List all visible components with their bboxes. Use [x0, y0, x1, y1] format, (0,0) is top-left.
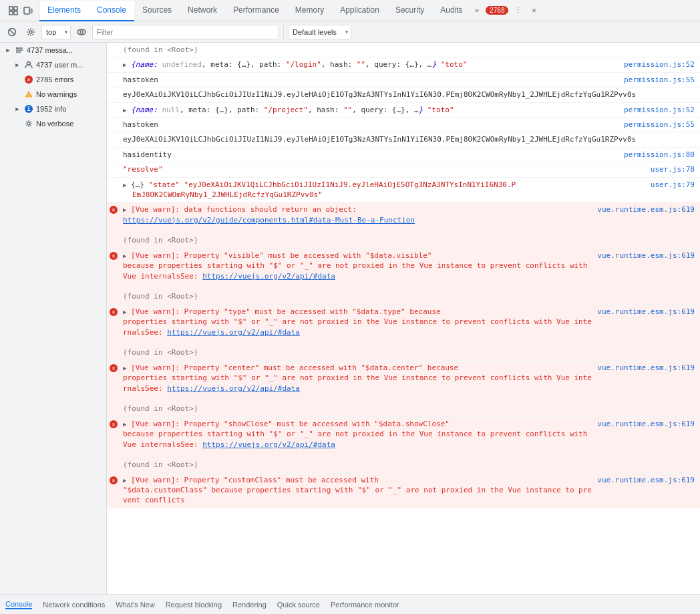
vue-guide-link[interactable]: https://vuejs.org/v2/guide/components.ht… — [123, 216, 415, 224]
error-icon: ✕ — [24, 75, 33, 84]
bottom-tab-whats-new[interactable]: What's New — [116, 601, 154, 609]
expand-btn[interactable]: ▶ — [123, 477, 126, 484]
tab-memory[interactable]: Memory — [287, 1, 332, 21]
log-source-link[interactable]: vue.runtime.esm.js:619 — [597, 306, 697, 316]
log-entry: hasidentity permission.js:80 — [107, 148, 700, 162]
log-source-link[interactable]: permission.js:80 — [624, 149, 697, 159]
log-source-link[interactable]: vue.runtime.esm.js:619 — [597, 204, 697, 214]
log-entry-error: ✕ ▶ [Vue warn]: Property "type" must be … — [107, 305, 700, 361]
context-selector[interactable]: top — [41, 25, 71, 39]
levels-selector-wrap[interactable]: Default levels ▾ — [288, 25, 351, 39]
vue-api-link[interactable]: https://vuejs.org/v2/api/#data — [202, 272, 335, 281]
info-icon: i — [24, 104, 33, 114]
inspect-icon[interactable] — [7, 4, 20, 17]
sidebar-item-messages[interactable]: ▶ 4737 messa... — [0, 43, 106, 57]
log-entry-error: ✕ ▶ [Vue warn]: Property "center" must b… — [107, 361, 700, 417]
log-content: ▶ {name: null, meta: {…}, path: "/projec… — [120, 104, 624, 116]
context-selector-wrap[interactable]: top ▾ — [41, 25, 71, 39]
expand-btn[interactable]: ▶ — [123, 206, 126, 213]
user-messages-arrow-icon: ▶ — [13, 61, 21, 69]
tab-performance[interactable]: Performance — [225, 1, 287, 21]
expand-btn[interactable]: ▶ — [123, 309, 126, 315]
warning-icon: ! — [24, 90, 33, 99]
expand-btn[interactable]: ▶ — [123, 107, 126, 114]
sidebar-item-verbose[interactable]: No verbose — [0, 116, 106, 131]
bottom-tab-quick-source[interactable]: Quick source — [277, 601, 320, 609]
expand-btn[interactable]: ▶ — [123, 365, 126, 371]
error-entry-icon: ✕ — [110, 362, 120, 372]
user-icon — [24, 60, 33, 69]
expand-btn[interactable]: ▶ — [123, 253, 126, 259]
sidebar-item-warnings[interactable]: ! No warnings — [0, 87, 106, 102]
expand-btn[interactable]: ▶ — [123, 182, 126, 188]
tab-elements[interactable]: Elements — [39, 1, 89, 21]
svg-rect-0 — [9, 7, 13, 10]
messages-arrow-icon: ▶ — [4, 46, 12, 54]
eye-icon[interactable] — [73, 24, 90, 40]
bottom-tab-network-conditions[interactable]: Network conditions — [43, 601, 105, 609]
entry-icon — [110, 89, 120, 90]
tab-sources[interactable]: Sources — [134, 1, 180, 21]
expand-btn[interactable]: ▶ — [123, 61, 126, 68]
bottom-tab-performance-monitor[interactable]: Performance monitor — [331, 601, 399, 609]
tab-overflow-btn[interactable]: » — [471, 0, 484, 21]
vue-api-link[interactable]: https://vuejs.org/v2/api/#data — [202, 440, 335, 449]
svg-point-14 — [16, 47, 17, 49]
log-entry: (found in <Root>) — [107, 43, 700, 57]
log-source-link[interactable]: vue.runtime.esm.js:619 — [597, 362, 697, 372]
vue-api-link[interactable]: https://vuejs.org/v2/api/#data — [167, 384, 300, 393]
log-source-link[interactable]: permission.js:55 — [624, 119, 697, 129]
settings-icon[interactable]: ⋮ — [511, 4, 524, 17]
bottom-bar: Console Network conditions What's New Re… — [0, 594, 700, 614]
levels-selector[interactable]: Default levels — [288, 25, 351, 39]
bottom-tab-rendering[interactable]: Rendering — [232, 601, 267, 609]
log-source-link[interactable]: user.js:79 — [651, 179, 697, 189]
bottom-tab-console[interactable]: Console — [5, 600, 32, 609]
warnings-arrow-placeholder — [13, 90, 21, 98]
messages-list-icon — [15, 45, 24, 55]
filter-input[interactable] — [97, 28, 275, 36]
log-content: ▶ {name: undefined, meta: {…}, path: "/l… — [120, 59, 624, 70]
svg-text:!: ! — [27, 93, 30, 98]
log-entry: ▶ {…} "state" "eyJ0eXAiOiJKV1QiLCJhbGciO… — [107, 178, 700, 203]
device-toolbar-icon[interactable] — [21, 4, 35, 17]
error-entry-icon: ✕ — [110, 204, 120, 214]
log-source-link[interactable]: permission.js:52 — [624, 104, 697, 114]
log-entry-error: ✕ ▶ [Vue warn]: Property "customClass" m… — [107, 473, 700, 508]
log-content: eyJ0eXAiOiJKV1QiLCJhbGciOiJIUzI1NiJ9.eyJ… — [120, 134, 697, 145]
log-source-link[interactable]: user.js:78 — [651, 164, 697, 174]
svg-rect-5 — [31, 9, 32, 13]
bottom-tab-request-blocking[interactable]: Request blocking — [166, 601, 222, 609]
log-content: hasidentity — [120, 149, 624, 160]
tab-audits[interactable]: Audits — [432, 1, 470, 21]
filter-box[interactable] — [92, 25, 279, 39]
log-source-link[interactable]: vue.runtime.esm.js:619 — [597, 418, 697, 428]
log-content: hastoken — [120, 119, 624, 130]
sidebar-item-user-messages[interactable]: ▶ 4737 user m... — [0, 57, 106, 72]
vue-api-link[interactable]: https://vuejs.org/v2/api/#data — [167, 328, 300, 337]
log-source-link[interactable]: permission.js:55 — [624, 74, 697, 84]
console-settings-icon[interactable] — [23, 24, 39, 40]
log-content: ▶ [Vue warn]: Property "type" must be ac… — [120, 306, 597, 359]
svg-point-17 — [27, 122, 30, 125]
log-entry: "resolve" user.js:78 — [107, 162, 700, 177]
expand-btn[interactable]: ▶ — [123, 421, 126, 428]
tab-console[interactable]: Console — [89, 1, 134, 21]
svg-point-8 — [29, 31, 32, 33]
tab-network[interactable]: Network — [180, 1, 225, 21]
log-content: hastoken — [120, 74, 624, 86]
tab-security[interactable]: Security — [387, 1, 432, 21]
clear-console-icon[interactable] — [4, 24, 20, 40]
close-devtools-icon[interactable]: ✕ — [527, 4, 540, 17]
log-content: ▶ {…} "state" "eyJ0eXAiOiJKV1QiLCJhbGciO… — [120, 179, 651, 201]
sidebar-info-label: 1952 info — [36, 105, 66, 113]
tab-application[interactable]: Application — [332, 1, 387, 21]
log-source-link[interactable]: permission.js:52 — [624, 59, 697, 69]
log-source-link[interactable]: vue.runtime.esm.js:619 — [597, 474, 697, 484]
sidebar-messages-label: 4737 messa... — [27, 46, 73, 54]
sidebar-item-info[interactable]: ▶ i 1952 info — [0, 102, 106, 116]
log-source-link[interactable]: vue.runtime.esm.js:619 — [597, 250, 697, 260]
info-arrow-icon: ▶ — [13, 105, 21, 113]
sidebar-verbose-label: No verbose — [36, 120, 73, 128]
sidebar-item-errors[interactable]: ✕ 2785 errors — [0, 72, 106, 87]
